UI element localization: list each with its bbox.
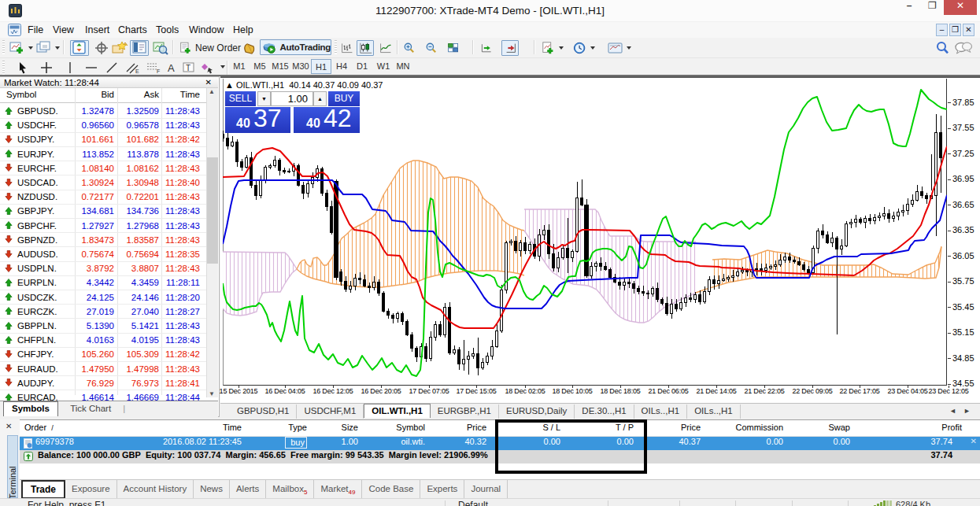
svg-text:A: A [168, 62, 175, 74]
svg-text:T: T [186, 64, 190, 72]
svg-text:E: E [135, 68, 139, 74]
svg-text:F: F [157, 68, 160, 74]
